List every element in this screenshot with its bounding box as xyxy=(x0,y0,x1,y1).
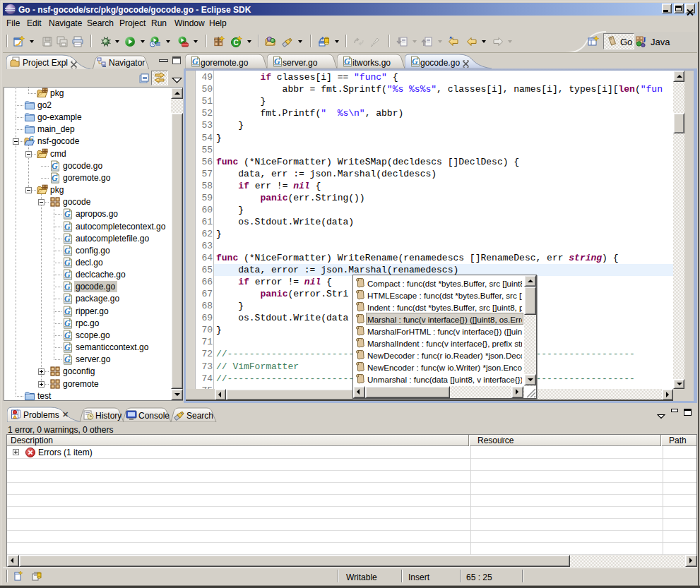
svg-text:G: G xyxy=(64,222,71,232)
svg-text:G: G xyxy=(64,234,71,244)
svg-text:G: G xyxy=(64,354,71,364)
svg-text:G: G xyxy=(64,318,71,328)
svg-text:G: G xyxy=(64,246,71,256)
svg-text:G: G xyxy=(412,56,418,66)
svg-text:G: G xyxy=(52,161,58,171)
svg-text:C: C xyxy=(234,39,239,47)
svg-text:G: G xyxy=(64,294,71,304)
svg-text:G: G xyxy=(29,136,35,143)
svg-text:G: G xyxy=(64,282,71,292)
svg-text:G: G xyxy=(64,342,71,352)
svg-text:G: G xyxy=(64,258,71,268)
svg-text:J: J xyxy=(642,36,646,44)
svg-text:G: G xyxy=(64,330,71,340)
svg-text:G: G xyxy=(64,209,71,219)
svg-text:G: G xyxy=(274,56,280,66)
svg-text:G: G xyxy=(192,56,198,66)
svg-text:G: G xyxy=(64,270,71,280)
svg-text:G: G xyxy=(344,56,350,66)
svg-text:G: G xyxy=(52,173,58,183)
svg-text:G: G xyxy=(64,306,71,316)
